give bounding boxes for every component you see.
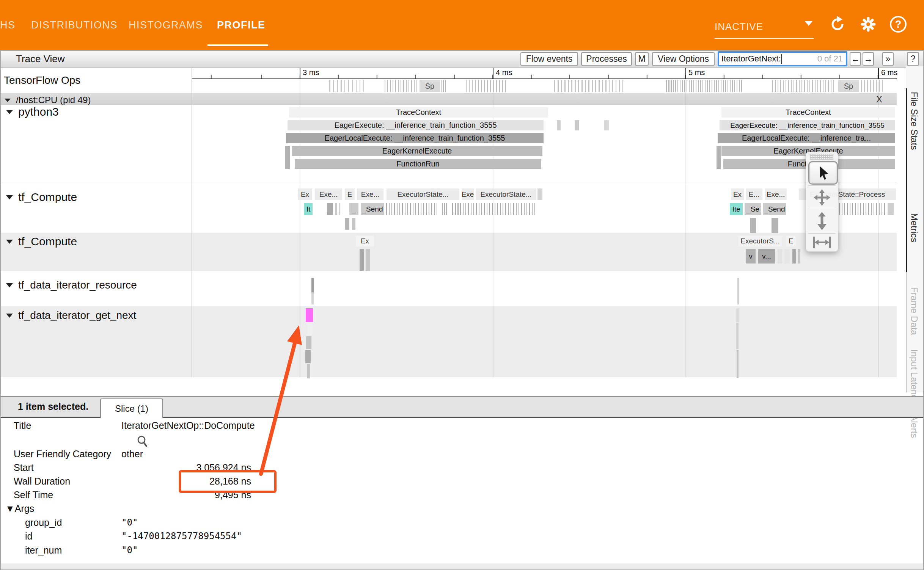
trace-span[interactable] [737,350,739,378]
args-toggle[interactable]: ▼Args [5,503,34,514]
trace-span[interactable]: It [304,203,313,215]
trace-span[interactable] [345,218,349,230]
sidebar-tab-frame-data[interactable]: Frame Data [909,287,919,335]
trace-span[interactable] [360,249,364,271]
pan-tool-button[interactable] [808,187,836,208]
trace-span[interactable]: EagerExecute: __inference_train_function… [720,120,895,130]
trace-span[interactable] [285,146,290,169]
chevron-down-icon[interactable] [805,21,812,26]
trace-span[interactable] [327,203,333,215]
vertical-zoom-tool-button[interactable] [808,210,836,232]
process-header-row[interactable] [1,93,897,106]
track-label-python3[interactable]: python3 [6,105,59,118]
trace-span[interactable] [305,350,311,363]
trace-span[interactable] [772,218,778,233]
help-icon[interactable]: ? [890,16,907,33]
trace-span[interactable] [306,308,313,322]
sidebar-tab-metrics[interactable]: Metrics [909,213,919,242]
processes-button[interactable]: Processes [581,52,632,66]
trace-span[interactable]: v [746,249,756,264]
trace-span[interactable]: Exe... [765,188,787,200]
trace-span[interactable] [798,249,800,264]
trace-span[interactable]: _Send [763,203,786,215]
trace-span[interactable]: Ex [731,188,744,200]
trace-span[interactable] [557,120,561,130]
refresh-icon[interactable] [829,16,846,33]
trace-span[interactable] [306,336,311,349]
track-label-tf-compute-1[interactable]: tf_Compute [6,191,77,204]
cursor-tool-button[interactable] [808,161,838,185]
trace-span[interactable] [736,308,739,322]
flow-events-button[interactable]: Flow events [520,52,578,66]
trace-span[interactable]: Exe [462,188,474,200]
sidebar-tab-file-size-stats[interactable]: File Size Stats [909,92,919,150]
tab-profile[interactable]: PROFILE [217,0,266,50]
trace-span[interactable]: Exe... [357,188,383,200]
trace-span[interactable]: Ex [298,188,312,200]
trace-span[interactable] [604,120,609,130]
trace-span[interactable] [717,146,721,169]
trace-span[interactable] [888,203,894,215]
trace-span[interactable]: Sp [838,80,859,92]
trace-span[interactable] [366,249,370,271]
trace-span[interactable]: Exe... [315,188,342,200]
collapse-caret-icon[interactable] [6,240,13,244]
gear-icon[interactable] [860,16,877,33]
sidebar-tab-input-latency[interactable]: Input Latency [909,349,919,404]
trace-span[interactable]: EagerKernelExecute [292,146,542,156]
trace-span[interactable]: E [345,188,355,200]
help-button[interactable]: ? [907,52,919,66]
collapse-caret-icon[interactable] [6,195,13,199]
next-match-button[interactable]: → [863,52,874,66]
trace-span[interactable] [750,218,756,233]
trace-span[interactable]: ExecutorState... [387,188,459,200]
trace-span[interactable]: _ [349,203,358,215]
trace-span[interactable] [778,249,782,264]
trace-span[interactable] [784,249,790,264]
collapse-caret-icon[interactable] [5,99,11,102]
collapse-caret-icon[interactable] [6,314,13,318]
palette-drag-handle[interactable] [810,154,833,160]
trace-span[interactable]: EagerLocalExecute: __inference_tra... [718,133,895,143]
trace-span[interactable] [575,120,579,130]
tab-histograms[interactable]: HISTOGRAMS [129,0,203,50]
tab-distributions[interactable]: DISTRIBUTIONS [31,0,118,50]
magnifier-icon[interactable] [137,435,149,448]
trace-span[interactable] [311,292,314,304]
trace-span[interactable]: Ite [730,203,743,215]
trace-span[interactable] [335,203,337,215]
timing-select-tool-button[interactable] [808,235,836,250]
collapse-caret-icon[interactable] [6,283,13,287]
trace-span[interactable] [352,218,355,230]
trace-span[interactable]: _Send [361,203,384,215]
trace-span[interactable]: _Se [745,203,761,215]
trace-search-input[interactable]: IteratorGetNext: 0 of 21 [718,51,847,66]
trace-span[interactable] [307,364,310,378]
close-process-button[interactable]: X [876,94,882,105]
trace-span[interactable]: TraceContext [721,107,895,118]
m-button[interactable]: M [635,52,649,66]
sidebar-tab-alerts[interactable]: Alerts [909,415,919,438]
track-label-iterator-resource[interactable]: tf_data_iterator_resource [6,279,137,291]
more-button[interactable]: » [882,52,894,66]
process-header-label[interactable]: /host:CPU (pid 49) [5,95,91,105]
trace-span[interactable]: E [786,236,796,246]
view-options-button[interactable]: View Options [652,52,715,66]
slice-tab[interactable]: Slice (1) [100,398,163,418]
tab-graphs-partial[interactable]: HS [0,0,16,50]
track-label-iterator-get-next[interactable]: tf_data_iterator_get_next [6,309,136,322]
trace-span[interactable]: FunctionRun [295,159,541,169]
trace-span[interactable]: E... [746,188,762,200]
trace-span[interactable]: TraceContext [289,107,548,118]
trace-span[interactable]: Sp [420,80,440,92]
track-label-tf-compute-2[interactable]: tf_Compute [6,235,77,248]
collapse-caret-icon[interactable] [6,110,13,114]
trace-span[interactable]: v... [758,249,775,264]
trace-span[interactable]: ExecutorState... [476,188,536,200]
trace-span[interactable] [792,249,796,264]
run-status-dropdown[interactable]: INACTIVE [715,15,814,38]
prev-match-button[interactable]: ← [850,52,861,66]
caret-down-icon[interactable]: ▼ [5,503,15,514]
trace-span[interactable] [737,278,739,304]
trace-span[interactable] [307,323,312,336]
